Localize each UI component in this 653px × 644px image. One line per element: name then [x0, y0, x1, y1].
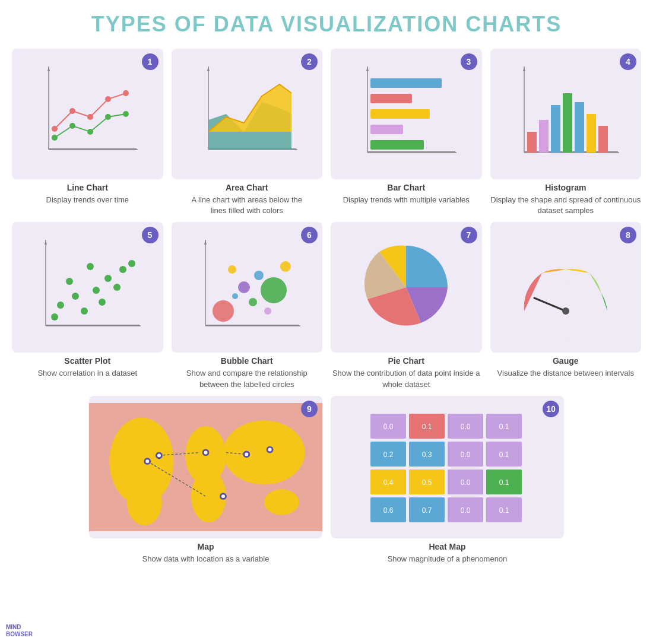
- chart-box-8: 8: [490, 222, 642, 353]
- svg-point-60: [213, 300, 234, 322]
- svg-marker-22: [367, 151, 455, 153]
- chart-label-4: Histogram: [545, 183, 586, 192]
- svg-point-5: [69, 123, 75, 129]
- chart-desc-3: Display trends with multiple variables: [343, 195, 470, 205]
- svg-point-11: [87, 114, 93, 120]
- svg-rect-25: [370, 94, 412, 103]
- svg-point-62: [228, 265, 236, 274]
- svg-point-71: [562, 307, 569, 315]
- svg-marker-17: [207, 66, 210, 71]
- svg-marker-23: [366, 66, 369, 71]
- svg-point-75: [127, 478, 162, 525]
- svg-text:0.0: 0.0: [460, 451, 470, 459]
- chart-item-8: 8 Gauge Visualize the distanc: [490, 222, 642, 389]
- svg-point-13: [123, 90, 129, 96]
- chart-desc-8: Visualize the distance between intervals: [497, 368, 634, 379]
- svg-rect-38: [587, 114, 596, 153]
- chart-box-6: 6: [172, 222, 323, 353]
- svg-text:0.1: 0.1: [499, 451, 509, 459]
- heatmap-svg: 0.0 0.1 0.0 0.1 0.2 0.3 0.0 0.1 0.4: [364, 408, 531, 526]
- chart-desc-7: Show the contribution of data point insi…: [331, 368, 482, 389]
- svg-point-88: [245, 452, 248, 456]
- chart-item-4: 4 Histogram Display the shape and spread…: [490, 49, 642, 216]
- svg-marker-43: [45, 240, 47, 245]
- gauge-svg: [509, 234, 622, 341]
- svg-point-4: [52, 135, 58, 141]
- svg-rect-24: [370, 78, 442, 88]
- svg-marker-58: [205, 325, 299, 326]
- svg-point-44: [57, 302, 64, 309]
- svg-point-63: [254, 271, 264, 280]
- svg-point-86: [204, 451, 208, 454]
- svg-rect-34: [539, 120, 549, 153]
- svg-text:0.1: 0.1: [499, 423, 509, 431]
- chart-box-9: 9: [89, 396, 322, 538]
- svg-point-9: [52, 126, 58, 132]
- map-svg: [89, 396, 322, 538]
- chart-desc-2: A line chart with areas below the lines …: [188, 195, 306, 216]
- svg-rect-33: [527, 132, 537, 153]
- chart-grid-row2: 5 Scatter Plot Show: [12, 222, 641, 389]
- svg-text:0.1: 0.1: [421, 423, 432, 431]
- logo-line2: BOWSER: [6, 631, 33, 638]
- svg-text:0.5: 0.5: [421, 478, 432, 487]
- svg-point-64: [261, 277, 287, 303]
- chart-box-2: 2: [172, 49, 323, 179]
- chart-box-10: 10 0.0 0.1 0.0 0.1 0.2 0.3 0.0: [331, 396, 564, 538]
- svg-point-8: [123, 111, 129, 117]
- svg-text:0.4: 0.4: [383, 478, 393, 487]
- chart-grid-row1: 1 Line: [12, 49, 641, 216]
- chart-number-9: 9: [301, 401, 318, 417]
- svg-rect-35: [551, 105, 560, 153]
- chart-grid-row3: 9: [89, 396, 564, 564]
- histogram-svg: [509, 61, 622, 167]
- chart-label-2: Area Chart: [226, 183, 268, 192]
- chart-item-5: 5 Scatter Plot Show: [12, 222, 163, 389]
- svg-text:0.3: 0.3: [421, 451, 432, 459]
- chart-box-1: 1: [12, 49, 163, 179]
- chart-item-2: 2 Area Chart A line chart with areas bel…: [172, 49, 323, 216]
- svg-point-84: [157, 453, 161, 457]
- svg-point-54: [128, 260, 135, 267]
- svg-rect-36: [563, 93, 572, 153]
- chart-label-10: Heat Map: [429, 542, 465, 551]
- chart-number-8: 8: [620, 227, 636, 243]
- page-title: TYPES OF DATA VISUALIZATION CHARTS: [12, 12, 641, 37]
- svg-point-52: [113, 284, 121, 291]
- chart-desc-6: Show and compare the relationship betwee…: [172, 368, 323, 389]
- line-chart-svg: [31, 61, 144, 167]
- chart-box-7: 7: [331, 222, 482, 353]
- svg-text:0.1: 0.1: [499, 478, 509, 487]
- area-chart-svg: [191, 61, 303, 167]
- svg-text:0.0: 0.0: [383, 423, 393, 431]
- svg-rect-37: [575, 102, 584, 153]
- svg-point-12: [105, 96, 111, 102]
- chart-number-3: 3: [461, 53, 477, 70]
- svg-marker-19: [208, 84, 291, 132]
- svg-point-46: [66, 278, 73, 285]
- chart-box-4: 4: [490, 49, 642, 179]
- svg-point-66: [249, 298, 257, 306]
- chart-number-2: 2: [301, 53, 318, 70]
- svg-point-10: [69, 108, 75, 114]
- chart-desc-10: Show magnitude of a phenomenon: [388, 554, 508, 564]
- chart-number-6: 6: [301, 227, 318, 243]
- pie-svg: [350, 234, 462, 341]
- chart-label-6: Bubble Chart: [221, 356, 273, 366]
- svg-rect-39: [598, 126, 608, 153]
- svg-text:0.1: 0.1: [499, 506, 509, 515]
- svg-point-45: [72, 293, 79, 300]
- chart-number-10: 10: [543, 401, 559, 417]
- svg-point-55: [87, 263, 94, 270]
- svg-point-92: [145, 459, 149, 463]
- svg-marker-59: [204, 240, 207, 245]
- chart-desc-1: Display trends over time: [46, 195, 129, 205]
- bubble-svg: [191, 234, 303, 341]
- svg-point-49: [104, 275, 112, 282]
- logo: MIND BOWSER: [6, 624, 33, 638]
- chart-box-5: 5: [12, 222, 163, 353]
- title-part1: TYPES OF DATA VISUALIZATION: [91, 12, 466, 36]
- svg-point-78: [223, 420, 305, 484]
- chart-number-7: 7: [461, 227, 477, 243]
- svg-text:0.2: 0.2: [383, 451, 393, 459]
